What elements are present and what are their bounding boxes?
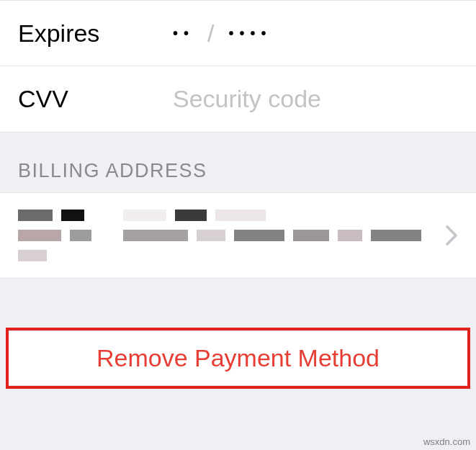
expires-value: •• / •••• (173, 19, 271, 48)
expires-row[interactable]: Expires •• / •••• (0, 0, 476, 66)
cvv-label: CVV (18, 85, 173, 113)
billing-address-content (18, 210, 438, 261)
expires-year-mask: •••• (228, 25, 271, 42)
billing-address-header: BILLING ADDRESS (0, 132, 476, 192)
billing-address-row[interactable] (0, 192, 476, 279)
remove-payment-button[interactable]: Remove Payment Method (9, 330, 467, 386)
expires-label: Expires (18, 19, 173, 48)
cvv-row[interactable]: CVV Security code (0, 66, 476, 132)
expires-separator: / (207, 19, 215, 48)
expires-month-mask: •• (173, 25, 194, 42)
remove-payment-highlight: Remove Payment Method (6, 328, 470, 389)
chevron-right-icon (445, 225, 458, 246)
watermark: wsxdn.com (423, 436, 470, 447)
cvv-input[interactable]: Security code (173, 85, 321, 113)
